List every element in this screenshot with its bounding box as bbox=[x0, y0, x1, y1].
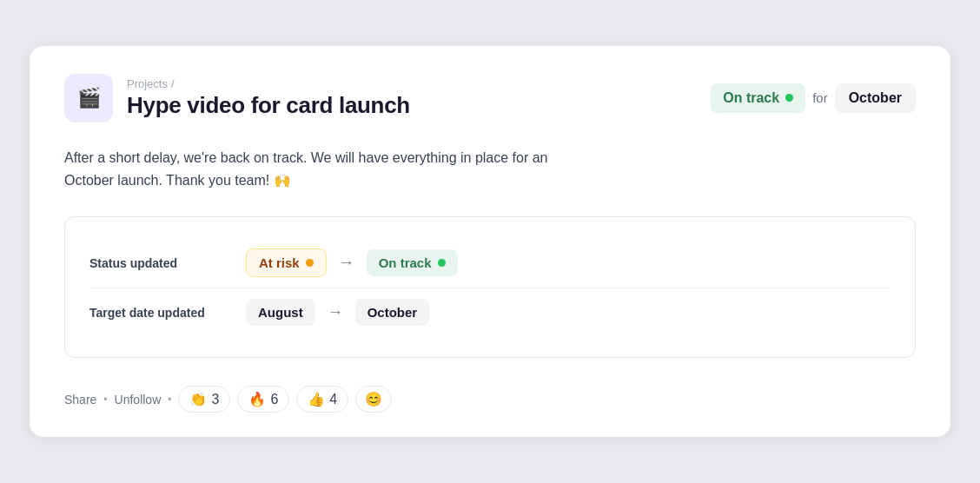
header-left: 🎬 Projects / Hype video for card launch bbox=[64, 74, 410, 122]
august-tag: August bbox=[246, 299, 315, 326]
add-emoji-button[interactable]: 😊 bbox=[355, 386, 392, 413]
status-label: On track bbox=[723, 90, 779, 106]
status-badge: On track bbox=[711, 83, 805, 113]
project-icon: 🎬 bbox=[64, 74, 113, 122]
on-track-label: On track bbox=[379, 255, 432, 270]
update-box: Status updated At risk → On track Target… bbox=[64, 216, 916, 358]
page-title: Hype video for card launch bbox=[127, 92, 410, 119]
date-update-label: Target date updated bbox=[89, 306, 228, 320]
footer: Share • Unfollow • 👏 3 🔥 6 👍 4 😊 bbox=[64, 382, 916, 413]
date-arrow: → bbox=[328, 303, 343, 321]
status-arrow: → bbox=[339, 254, 354, 272]
clap-count: 3 bbox=[211, 392, 219, 407]
share-button[interactable]: Share bbox=[64, 393, 96, 407]
fire-count: 6 bbox=[270, 392, 278, 407]
at-risk-dot bbox=[306, 259, 314, 267]
card-header: 🎬 Projects / Hype video for card launch … bbox=[64, 74, 916, 122]
on-track-tag: On track bbox=[367, 249, 458, 276]
status-update-label: Status updated bbox=[89, 256, 228, 270]
october-tag: October bbox=[355, 299, 430, 326]
status-area: On track for October bbox=[711, 83, 916, 113]
breadcrumb: Projects / bbox=[127, 77, 410, 90]
unfollow-button[interactable]: Unfollow bbox=[115, 393, 162, 407]
month-badge: October bbox=[835, 83, 916, 113]
at-risk-label: At risk bbox=[259, 255, 300, 270]
date-update-row: Target date updated August → October bbox=[89, 288, 891, 336]
status-dot-green bbox=[785, 94, 793, 102]
clap-emoji: 👏 bbox=[189, 391, 207, 407]
fire-emoji: 🔥 bbox=[248, 391, 266, 407]
status-update-values: At risk → On track bbox=[246, 248, 458, 277]
for-label: for bbox=[812, 90, 828, 105]
date-update-values: August → October bbox=[246, 299, 429, 326]
main-card: 🎬 Projects / Hype video for card launch … bbox=[30, 46, 950, 438]
thumbsup-emoji: 👍 bbox=[308, 391, 325, 407]
status-update-row: Status updated At risk → On track bbox=[89, 238, 891, 288]
reaction-thumbsup-button[interactable]: 👍 4 bbox=[296, 386, 348, 413]
on-track-dot bbox=[438, 259, 446, 267]
reaction-clap-button[interactable]: 👏 3 bbox=[178, 386, 230, 413]
breadcrumb-separator: / bbox=[171, 77, 175, 90]
at-risk-tag: At risk bbox=[246, 248, 327, 277]
breadcrumb-projects[interactable]: Projects bbox=[127, 77, 168, 90]
header-text: Projects / Hype video for card launch bbox=[127, 77, 410, 119]
thumbsup-count: 4 bbox=[329, 392, 337, 407]
smiley-icon: 😊 bbox=[365, 391, 382, 407]
reaction-fire-button[interactable]: 🔥 6 bbox=[237, 386, 289, 413]
body-text: After a short delay, we're back on track… bbox=[64, 147, 586, 193]
